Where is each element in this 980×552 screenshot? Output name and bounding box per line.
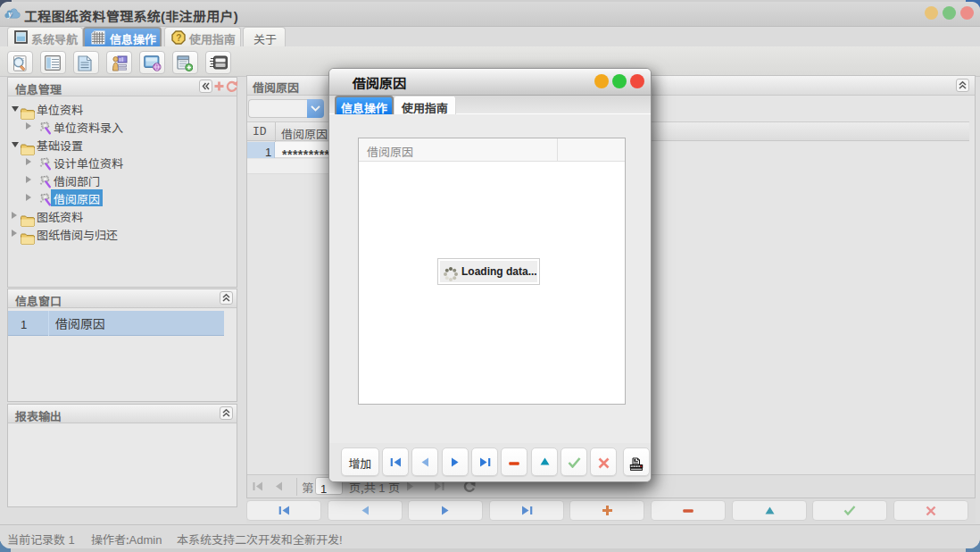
svg-text:y: y <box>7 10 12 19</box>
svg-text:?: ? <box>176 30 181 44</box>
